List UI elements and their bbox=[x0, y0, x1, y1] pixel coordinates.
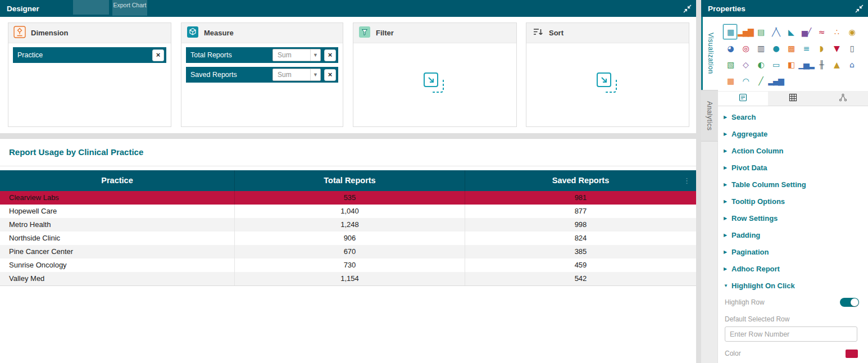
row-number-input[interactable] bbox=[725, 326, 857, 342]
heatmap-icon[interactable]: ▩ bbox=[784, 40, 798, 56]
section-highlight-on-click[interactable]: ▼Highlight On Click bbox=[718, 277, 868, 294]
measure-chip[interactable]: Saved Reports Sum ▼ × bbox=[186, 67, 338, 83]
column-header-practice[interactable]: Practice bbox=[0, 170, 235, 191]
trend-line-icon[interactable]: ╱ bbox=[753, 73, 767, 88]
spline-chart-icon[interactable]: ≈ bbox=[814, 24, 828, 39]
chevron-right-icon: ▶ bbox=[724, 148, 731, 153]
bar-chart-icon[interactable]: ▤ bbox=[753, 24, 767, 39]
kpi-card-icon[interactable]: ▯ bbox=[844, 40, 858, 56]
section-row-settings[interactable]: ▶Row Settings bbox=[718, 210, 868, 226]
sparkline-icon[interactable]: ◠ bbox=[738, 73, 752, 88]
area-chart-icon[interactable]: ◣ bbox=[784, 24, 798, 39]
aggregation-select[interactable]: Sum ▼ bbox=[272, 49, 321, 61]
properties-header: Properties bbox=[701, 0, 868, 17]
filter-well-body[interactable] bbox=[353, 43, 516, 126]
polar-chart-icon[interactable]: ◐ bbox=[753, 57, 767, 72]
filter-well[interactable]: Filter bbox=[353, 22, 517, 127]
measure-well[interactable]: Measure Total Reports Sum ▼ × Saved Repo… bbox=[181, 22, 343, 127]
section-aggregate[interactable]: ▶Aggregate bbox=[718, 125, 868, 142]
panel-divider bbox=[0, 133, 696, 138]
bubble-chart-icon[interactable]: ◉ bbox=[844, 24, 858, 39]
section-tooltip-options[interactable]: ▶Tooltip Options bbox=[718, 193, 868, 210]
report-title-bar: Report Usage by Clinical Practice bbox=[0, 139, 696, 166]
export-chart-button[interactable]: Export Chart bbox=[112, 0, 147, 16]
semi-doughnut-chart-icon[interactable]: ◗ bbox=[814, 40, 828, 56]
pyramid-chart-icon[interactable]: ▲ bbox=[829, 57, 843, 72]
grid-header-row: PracticeTotal ReportsSaved Reports⋮ bbox=[0, 170, 696, 191]
remove-chip-button[interactable]: × bbox=[152, 49, 164, 61]
sort-well[interactable]: Sort bbox=[526, 22, 689, 127]
highlight-row-toggle[interactable] bbox=[840, 298, 859, 307]
grid-icon[interactable]: ▦ bbox=[723, 24, 737, 39]
stacked-bar-chart-icon[interactable]: ▧ bbox=[723, 57, 737, 72]
sort-well-body[interactable] bbox=[526, 43, 689, 126]
section-adhoc-report[interactable]: ▶Adhoc Report bbox=[718, 260, 868, 277]
collapse-icon[interactable] bbox=[683, 4, 692, 13]
visualization-type-grid: ▦▂▅▇▤╱╲◣▅╱≈∴◉◕◎▥●▩≡◗▼▯▧◇◐▭◧▁▅▂╫▲⌂▦◠╱▂▄▆ bbox=[718, 17, 868, 91]
pie-chart-icon[interactable]: ◕ bbox=[723, 40, 737, 56]
pivot-grid-icon[interactable]: ▦ bbox=[723, 73, 737, 88]
table-row[interactable]: Sunrise Oncology730459 bbox=[0, 258, 696, 272]
column-chart-icon[interactable]: ▂▅▇ bbox=[738, 24, 752, 39]
range-column-chart-icon[interactable]: ▂▄▆ bbox=[769, 73, 783, 88]
aggregation-select[interactable]: Sum ▼ bbox=[272, 69, 321, 81]
measure-chip[interactable]: Total Reports Sum ▼ × bbox=[186, 47, 338, 63]
value-cell: 877 bbox=[465, 205, 696, 218]
card-icon[interactable]: ▭ bbox=[769, 57, 783, 72]
practice-cell: Hopewell Care bbox=[0, 205, 235, 218]
value-cell: 906 bbox=[235, 232, 465, 245]
table-row[interactable]: Metro Health1,248998 bbox=[0, 218, 696, 232]
practice-cell: Metro Health bbox=[0, 218, 235, 232]
candlestick-chart-icon[interactable]: ╫ bbox=[814, 57, 828, 72]
section-padding[interactable]: ▶Padding bbox=[718, 226, 868, 243]
funnel-chart-icon[interactable]: ▼ bbox=[829, 40, 843, 56]
section-pagination[interactable]: ▶Pagination bbox=[718, 243, 868, 260]
section-search[interactable]: ▶Search bbox=[718, 108, 868, 125]
tab-visualization[interactable]: Visualization bbox=[701, 17, 718, 90]
data-grid: PracticeTotal ReportsSaved Reports⋮ Clea… bbox=[0, 170, 696, 286]
highlight-color-swatch[interactable] bbox=[846, 350, 858, 358]
table-row[interactable]: Clearview Labs535981 bbox=[0, 191, 696, 205]
section-action-column[interactable]: ▶Action Column bbox=[718, 142, 868, 159]
measure-icon bbox=[187, 26, 199, 40]
structure-tab[interactable] bbox=[818, 92, 868, 106]
table-row[interactable]: Northside Clinic906824 bbox=[0, 232, 696, 245]
section-pivot-data[interactable]: ▶Pivot Data bbox=[718, 159, 868, 176]
line-chart-icon[interactable]: ╱╲ bbox=[769, 24, 783, 39]
chevron-down-icon: ▼ bbox=[310, 49, 320, 61]
3d-pie-chart-icon[interactable]: ● bbox=[769, 40, 783, 56]
section-label: Pagination bbox=[731, 248, 769, 256]
table-row[interactable]: Hopewell Care1,040877 bbox=[0, 205, 696, 218]
column-header-total-reports[interactable]: Total Reports bbox=[235, 170, 465, 191]
dimension-well[interactable]: Dimension Practice × bbox=[8, 22, 171, 127]
table-row[interactable]: Valley Med1,154542 bbox=[0, 272, 696, 285]
chevron-right-icon: ▶ bbox=[724, 182, 731, 187]
dimension-icon bbox=[13, 26, 26, 40]
dimension-well-body: Practice × bbox=[8, 43, 171, 71]
scatter-chart-icon[interactable]: ∴ bbox=[829, 24, 843, 39]
stacked-column-chart-icon[interactable]: ▥ bbox=[753, 40, 767, 56]
ghost-button[interactable] bbox=[73, 0, 109, 15]
properties-form-tab[interactable] bbox=[718, 92, 768, 106]
section-label: Action Column bbox=[731, 147, 783, 155]
practice-cell: Sunrise Oncology bbox=[0, 258, 235, 272]
report-title: Report Usage by Clinical Practice bbox=[0, 139, 143, 157]
column-menu-icon[interactable]: ⋮ bbox=[683, 170, 690, 191]
collapse-icon[interactable] bbox=[855, 4, 864, 13]
drop-field-placeholder-icon bbox=[595, 71, 621, 99]
table-row[interactable]: Pine Cancer Center670385 bbox=[0, 245, 696, 258]
map-chart-icon[interactable]: ⌂ bbox=[844, 57, 858, 72]
section-table-column-setting[interactable]: ▶Table Column Setting bbox=[718, 176, 868, 193]
treemap-icon[interactable]: ◧ bbox=[784, 57, 798, 72]
remove-chip-button[interactable]: × bbox=[324, 49, 336, 61]
combo-chart-icon[interactable]: ▅╱ bbox=[799, 24, 813, 39]
dimension-chip[interactable]: Practice × bbox=[13, 47, 166, 63]
remove-chip-button[interactable]: × bbox=[324, 69, 336, 81]
column-header-saved-reports[interactable]: Saved Reports bbox=[465, 170, 696, 191]
radar-chart-icon[interactable]: ◇ bbox=[738, 57, 752, 72]
tab-analytics[interactable]: Analytics bbox=[701, 90, 718, 142]
stacked-area-chart-icon[interactable]: ≡ bbox=[799, 40, 813, 56]
histogram-chart-icon[interactable]: ▁▅▂ bbox=[799, 57, 813, 72]
doughnut-chart-icon[interactable]: ◎ bbox=[738, 40, 752, 56]
table-settings-tab[interactable] bbox=[768, 92, 818, 106]
